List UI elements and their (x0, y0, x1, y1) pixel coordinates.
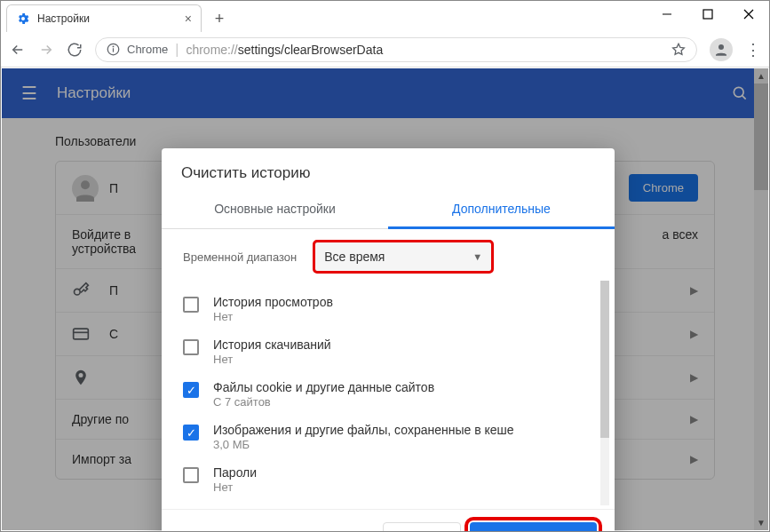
option-title: Изображения и другие файлы, сохраненные … (213, 423, 514, 437)
svg-point-7 (718, 44, 724, 50)
address-bar[interactable]: Chrome | chrome://settings/clearBrowserD… (95, 37, 697, 62)
option-subtitle: 3,0 МБ (213, 438, 514, 451)
dialog-tabs: Основные настройки Дополнительные (162, 191, 615, 229)
option-subtitle: Нет (213, 480, 257, 494)
clear-history-dialog: Очистить историю Основные настройки Допо… (162, 148, 615, 532)
time-range-row: Временной диапазон Все время ▼ (183, 242, 593, 272)
site-label: Chrome (127, 43, 168, 56)
back-button[interactable] (10, 42, 26, 58)
checkbox[interactable] (183, 339, 199, 355)
checkbox[interactable]: ✓ (183, 425, 199, 441)
chevron-down-icon: ▼ (472, 251, 482, 262)
option-title: История просмотров (213, 295, 333, 309)
time-range-label: Временной диапазон (183, 250, 297, 264)
tab-basic[interactable]: Основные настройки (162, 191, 388, 228)
url-text: chrome://settings/clearBrowserData (186, 43, 383, 57)
dialog-actions: Отмена Удалить данные (162, 509, 615, 532)
bookmark-star-icon[interactable] (671, 43, 686, 57)
window-buttons (647, 1, 769, 28)
svg-rect-6 (113, 48, 114, 52)
svg-rect-1 (703, 10, 712, 19)
cancel-button[interactable]: Отмена (383, 522, 461, 532)
option-title: История скачиваний (213, 337, 331, 352)
option-row[interactable]: ✓Файлы cookie и другие данные сайтовС 7 … (183, 373, 581, 416)
dialog-title: Очистить историю (162, 148, 615, 191)
checkbox[interactable] (183, 467, 199, 483)
options-list: История просмотровНетИстория скачиванийН… (183, 288, 593, 505)
profile-avatar-button[interactable] (710, 38, 733, 61)
option-row[interactable]: Данные для автозаполнения (183, 501, 581, 505)
option-subtitle: Нет (213, 353, 331, 366)
option-row[interactable]: История скачиванийНет (183, 330, 581, 373)
option-row[interactable]: ПаролиНет (183, 458, 581, 501)
option-row[interactable]: История просмотровНет (183, 288, 581, 330)
option-subtitle: С 7 сайтов (213, 395, 434, 409)
reload-button[interactable] (67, 42, 83, 58)
option-title: Пароли (213, 465, 257, 480)
tab-advanced[interactable]: Дополнительные (388, 191, 615, 229)
forward-button[interactable] (38, 42, 54, 58)
time-range-value: Все время (324, 250, 385, 264)
browser-toolbar: Chrome | chrome://settings/clearBrowserD… (1, 32, 769, 67)
new-tab-button[interactable]: + (207, 6, 232, 31)
option-subtitle: Нет (213, 310, 333, 323)
gear-icon (16, 12, 30, 26)
browser-tab[interactable]: Настройки × (6, 4, 202, 32)
dialog-body: Временной диапазон Все время ▼ История п… (162, 229, 615, 509)
site-info-icon[interactable] (107, 43, 120, 56)
minimize-button[interactable] (647, 1, 687, 28)
delete-data-button[interactable]: Удалить данные (470, 522, 597, 532)
checkbox[interactable]: ✓ (183, 382, 199, 398)
close-window-button[interactable] (728, 1, 769, 28)
option-row[interactable]: ✓Изображения и другие файлы, сохраненные… (183, 416, 581, 458)
settings-page: ☰ Настройки Пользователи П Chrome Войдит… (2, 68, 768, 530)
window-titlebar: Настройки × + (1, 1, 769, 32)
dialog-scrollbar[interactable] (600, 281, 609, 505)
kebab-menu-icon[interactable]: ⋮ (745, 40, 760, 60)
tab-title: Настройки (37, 12, 185, 25)
maximize-button[interactable] (687, 1, 728, 28)
time-range-select[interactable]: Все время ▼ (314, 242, 492, 272)
svg-point-5 (113, 45, 115, 47)
dialog-scroll-thumb[interactable] (600, 281, 609, 438)
option-title: Файлы cookie и другие данные сайтов (213, 380, 434, 394)
checkbox[interactable] (183, 297, 199, 313)
close-icon[interactable]: × (185, 12, 192, 26)
